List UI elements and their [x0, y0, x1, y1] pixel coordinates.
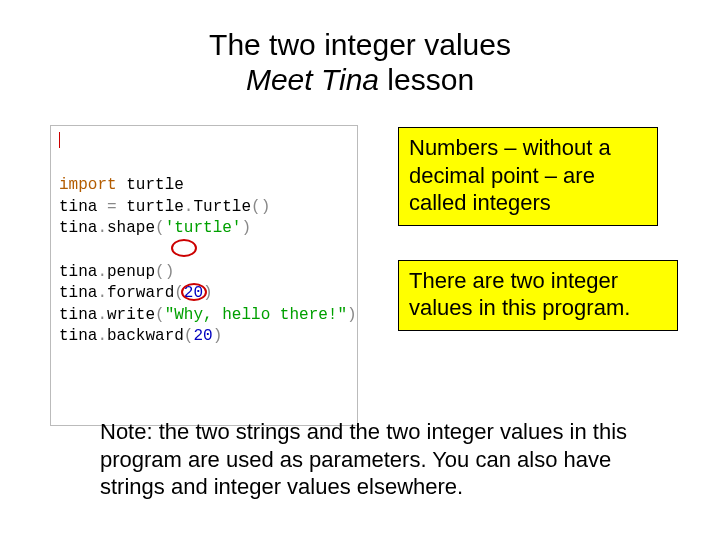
- title-line-2: Meet Tina lesson: [0, 63, 720, 98]
- callout-definition: Numbers – without a decimal point – are …: [398, 127, 658, 226]
- callout-column: Numbers – without a decimal point – are …: [398, 125, 678, 331]
- code-kw-import: import: [59, 176, 117, 194]
- content-row: import turtle tina = turtle.Turtle() tin…: [0, 97, 720, 426]
- title-italic-part: Meet Tina: [246, 63, 379, 96]
- title-line-1: The two integer values: [0, 28, 720, 63]
- footnote: Note: the two strings and the two intege…: [100, 418, 640, 501]
- slide-title: The two integer values Meet Tina lesson: [0, 0, 720, 97]
- code-panel: import turtle tina = turtle.Turtle() tin…: [50, 125, 358, 426]
- title-plain-part: lesson: [379, 63, 474, 96]
- code-module: turtle: [126, 176, 184, 194]
- code-int-2: 20: [193, 327, 212, 345]
- code-string-turtle: 'turtle': [165, 219, 242, 237]
- cursor-mark-icon: [59, 132, 60, 148]
- callout-count: There are two integer values in this pro…: [398, 260, 678, 331]
- annotation-circle-1: [171, 239, 197, 257]
- code-int-1: 20: [184, 284, 203, 302]
- code-string-hello: "Why, hello there!": [165, 306, 347, 324]
